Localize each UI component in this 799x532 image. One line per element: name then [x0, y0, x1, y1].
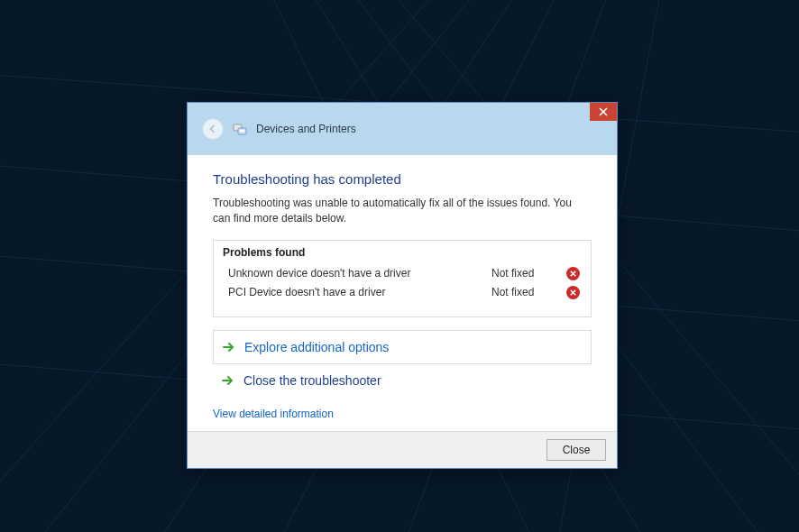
- titlebar: Devices and Printers: [188, 103, 617, 155]
- problem-status-icon: [564, 267, 582, 280]
- close-icon: [599, 107, 608, 116]
- arrow-right-icon: [220, 373, 234, 388]
- problem-description: Unknown device doesn't have a driver: [223, 267, 491, 280]
- svg-rect-16: [240, 130, 244, 132]
- back-arrow-icon: [207, 124, 218, 134]
- back-button[interactable]: [202, 118, 224, 140]
- problem-status: Not fixed: [491, 267, 564, 280]
- error-x-icon: [569, 270, 577, 278]
- troubleshooter-dialog: Devices and Printers Troubleshooting has…: [187, 102, 618, 469]
- window-close-button[interactable]: [590, 103, 617, 121]
- problem-row: Unknown device doesn't have a driver Not…: [223, 264, 582, 283]
- problem-description: PCI Device doesn't have a driver: [223, 286, 491, 298]
- explore-additional-options-link[interactable]: Explore additional options: [213, 330, 592, 364]
- page-heading: Troubleshooting has completed: [213, 171, 592, 187]
- dialog-footer: Close: [188, 431, 617, 468]
- problem-status: Not fixed: [491, 286, 564, 298]
- error-x-icon: [569, 289, 577, 297]
- devices-printers-icon: [233, 122, 247, 136]
- option-label: Explore additional options: [244, 340, 389, 354]
- dialog-content: Troubleshooting has completed Troublesho…: [188, 155, 617, 431]
- problem-row: PCI Device doesn't have a driver Not fix…: [223, 283, 582, 302]
- problems-found-header: Problems found: [223, 246, 582, 259]
- close-button[interactable]: Close: [546, 439, 606, 461]
- option-label: Close the troubleshooter: [243, 373, 381, 388]
- arrow-right-icon: [221, 340, 235, 354]
- view-detailed-information-link[interactable]: View detailed information: [213, 408, 334, 420]
- window-title: Devices and Printers: [256, 123, 356, 135]
- problem-status-icon: [564, 286, 582, 299]
- page-subtext: Troubleshooting was unable to automatica…: [213, 196, 592, 227]
- close-troubleshooter-link[interactable]: Close the troubleshooter: [213, 364, 592, 397]
- problems-found-box: Problems found Unknown device doesn't ha…: [213, 240, 592, 317]
